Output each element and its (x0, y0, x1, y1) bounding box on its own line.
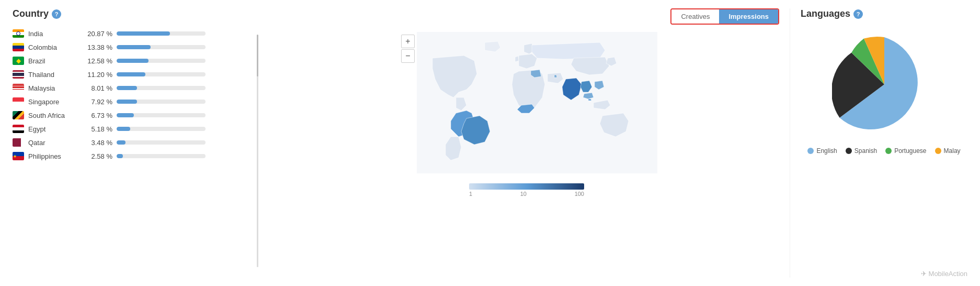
country-pct-label: 12.58 % (82, 57, 112, 65)
language-legend-list: EnglishSpanishPortugueseMalay (801, 147, 967, 155)
country-list: India20.87 %Colombia13.38 %Brazil12.58 %… (13, 27, 264, 163)
country-pct-label: 2.58 % (82, 152, 112, 160)
creatives-tab[interactable]: Creatives (671, 9, 719, 24)
zoom-in-button[interactable]: + (401, 35, 415, 48)
languages-section-title: Languages ? (801, 8, 863, 19)
impressions-tab[interactable]: Impressions (719, 9, 778, 24)
languages-title: Languages (801, 8, 850, 19)
language-legend-dot (935, 148, 941, 154)
country-title: Country (13, 8, 49, 19)
flag-brazil (13, 57, 24, 65)
language-legend-item: English (807, 147, 837, 155)
zoom-controls: + − (401, 35, 415, 63)
country-bar-container (117, 154, 206, 158)
languages-panel: Languages ? EnglishSpanishPortugueseMala… (790, 8, 967, 278)
country-pct-label: 13.38 % (82, 43, 112, 51)
country-item: Thailand11.20 % (13, 68, 264, 81)
language-legend-item: Malay (935, 147, 961, 155)
legend-mid: 10 (520, 191, 527, 197)
footer-icon: ✈ (921, 270, 927, 278)
country-bar-container (117, 31, 206, 36)
country-bar-fill (117, 86, 137, 90)
flag-southafrica (13, 111, 24, 119)
flag-thailand (13, 70, 24, 79)
scroll-bar[interactable] (257, 35, 258, 267)
country-section-title: Country ? (13, 8, 264, 19)
language-legend-dot (807, 148, 814, 154)
languages-help-icon[interactable]: ? (853, 9, 863, 19)
language-legend-item: Spanish (846, 147, 877, 155)
country-pct-label: 5.18 % (82, 125, 112, 133)
flag-india (13, 29, 24, 38)
country-item: South Africa6.73 % (13, 108, 264, 122)
country-name-label: South Africa (28, 112, 78, 119)
tab-controls: Creatives Impressions (670, 8, 779, 25)
country-name-label: Qatar (28, 139, 78, 147)
legend-labels: 1 10 100 (469, 191, 584, 197)
zoom-out-button[interactable]: − (401, 49, 415, 63)
country-bar-fill (117, 72, 145, 76)
language-legend-label: Spanish (854, 147, 877, 155)
country-pct-label: 3.48 % (82, 139, 112, 147)
country-name-label: Egypt (28, 125, 78, 133)
country-bar-fill (117, 140, 126, 145)
language-legend-item: Portuguese (885, 147, 926, 155)
country-name-label: Thailand (28, 71, 78, 79)
country-bar-fill (117, 113, 134, 117)
flag-singapore (13, 97, 24, 106)
country-bar-container (117, 113, 206, 117)
country-item: Malaysia8.01 % (13, 81, 264, 95)
country-name-label: Philippines (28, 152, 78, 160)
country-pct-label: 8.01 % (82, 84, 112, 92)
language-legend-dot (885, 148, 892, 154)
country-name-label: Brazil (28, 57, 78, 65)
brand-name: MobileAction (929, 270, 967, 278)
country-bar-container (117, 72, 206, 76)
legend-max: 100 (575, 191, 584, 197)
country-pct-label: 6.73 % (82, 112, 112, 119)
country-panel: Country ? India20.87 %Colombia13.38 %Bra… (13, 8, 264, 278)
country-pct-label: 20.87 % (82, 30, 112, 38)
country-item: Brazil12.58 % (13, 54, 264, 68)
country-bar-fill (117, 59, 149, 63)
country-item: Qatar3.48 % (13, 136, 264, 149)
footer: ✈ MobileAction (921, 270, 967, 278)
pie-chart (832, 32, 937, 137)
language-legend-label: Malay (944, 147, 961, 155)
country-name-label: Colombia (28, 43, 78, 51)
country-item: Colombia13.38 % (13, 40, 264, 54)
country-item: India20.87 % (13, 27, 264, 40)
language-legend-label: English (816, 147, 837, 155)
country-bar-container (117, 45, 206, 49)
country-bar-fill (117, 100, 137, 104)
country-name-label: India (28, 30, 78, 38)
country-bar-container (117, 59, 206, 63)
pie-svg (832, 32, 937, 137)
country-bar-fill (117, 45, 151, 49)
map-panel: Creatives Impressions + − (264, 8, 790, 278)
country-bar-container (117, 127, 206, 131)
country-bar-container (117, 140, 206, 145)
world-map (417, 29, 657, 176)
flag-egypt (13, 125, 24, 133)
flag-malaysia (13, 84, 24, 92)
country-bar-container (117, 100, 206, 104)
language-legend-dot (846, 148, 852, 154)
flag-colombia (13, 43, 24, 51)
map-container: + − (401, 29, 652, 181)
country-help-icon[interactable]: ? (52, 9, 61, 19)
country-bar-fill (117, 31, 170, 36)
country-item: Egypt5.18 % (13, 122, 264, 136)
flag-qatar (13, 138, 24, 147)
country-name-label: Malaysia (28, 84, 78, 92)
country-pct-label: 7.92 % (82, 98, 112, 106)
country-item: Philippines2.58 % (13, 149, 264, 163)
legend-min: 1 (469, 191, 472, 197)
country-item: Singapore7.92 % (13, 95, 264, 108)
legend-gradient (469, 183, 584, 190)
flag-philippines (13, 152, 24, 160)
map-legend: 1 10 100 (469, 183, 584, 197)
country-bar-fill (117, 154, 123, 158)
country-pct-label: 11.20 % (82, 71, 112, 79)
country-name-label: Singapore (28, 98, 78, 106)
